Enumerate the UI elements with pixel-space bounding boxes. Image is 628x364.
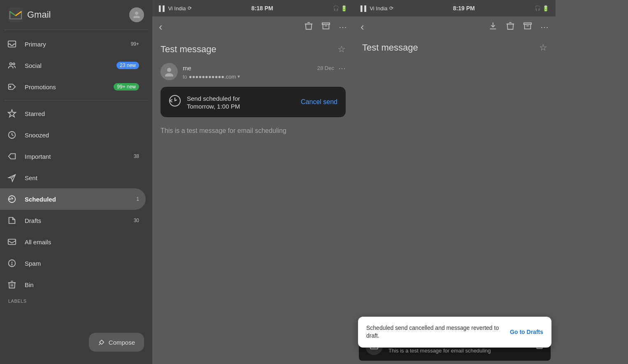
dropdown-icon[interactable]: ▾ bbox=[237, 74, 240, 79]
user-icon bbox=[132, 10, 142, 20]
sidebar-item-bin[interactable]: Bin bbox=[0, 274, 146, 295]
social-label: Social bbox=[25, 62, 116, 69]
important-label: Important bbox=[25, 153, 134, 160]
sidebar-item-starred[interactable]: Starred bbox=[0, 103, 146, 124]
drafts-label: Drafts bbox=[25, 217, 134, 224]
star-button[interactable]: ☆ bbox=[337, 44, 346, 55]
back-button[interactable]: ‹ bbox=[159, 21, 163, 33]
right-delete-button[interactable] bbox=[506, 21, 515, 32]
sidebar-item-primary[interactable]: Primary 99+ bbox=[0, 33, 146, 55]
right-panel: ▌▌ Vi India ⟳ 8:19 PM 🎧 🔋 ‹ bbox=[354, 0, 556, 364]
to-email: ●●●●●●●●●●●.com bbox=[189, 74, 236, 80]
sidebar-item-drafts[interactable]: Drafts 30 bbox=[0, 210, 146, 231]
all-emails-label: All emails bbox=[25, 239, 139, 246]
right-wifi-icon: ⟳ bbox=[389, 5, 393, 11]
right-download-button[interactable] bbox=[488, 21, 498, 32]
headphone-icon: 🎧 bbox=[333, 5, 339, 11]
sidebar-item-spam[interactable]: Spam bbox=[0, 253, 146, 274]
sidebar-item-all-emails[interactable]: All emails bbox=[0, 231, 146, 253]
sender-to: to ●●●●●●●●●●●.com ▾ bbox=[183, 74, 346, 80]
right-topbar: ‹ bbox=[354, 16, 556, 37]
app-title: Gmail bbox=[27, 9, 51, 20]
svg-point-11 bbox=[12, 264, 12, 265]
scheduled-nav-icon bbox=[7, 194, 17, 204]
right-battery-icon: 🔋 bbox=[542, 5, 549, 12]
schedule-clock-icon bbox=[169, 95, 181, 107]
scheduled-text: Send scheduled for Tomorrow, 1:00 PM bbox=[187, 94, 240, 110]
draft-icon bbox=[7, 215, 17, 226]
bin-icon bbox=[7, 279, 17, 290]
right-archive-button[interactable] bbox=[523, 21, 532, 32]
middle-carrier-name: Vi India bbox=[168, 5, 186, 12]
starred-label: Starred bbox=[25, 110, 139, 117]
spam-label: Spam bbox=[25, 260, 139, 267]
snoozed-label: Snoozed bbox=[25, 132, 139, 139]
svg-rect-12 bbox=[322, 23, 330, 25]
subject-text: Test message bbox=[160, 44, 216, 55]
cancel-send-button[interactable]: Cancel send bbox=[301, 98, 337, 106]
middle-topbar: ‹ ⋯ bbox=[152, 16, 354, 37]
drafts-badge: 30 bbox=[134, 218, 139, 223]
promotions-badge: 99+ new bbox=[114, 83, 139, 90]
sender-info: me 28 Dec ⋯ to ●●●●●●●●●●●.com ▾ bbox=[183, 64, 346, 80]
user-avatar[interactable] bbox=[129, 7, 144, 22]
clock-icon bbox=[7, 130, 17, 140]
middle-battery: 🎧 🔋 bbox=[333, 5, 347, 12]
svg-point-5 bbox=[10, 86, 11, 88]
compose-icon bbox=[98, 338, 105, 346]
sent-icon bbox=[7, 172, 17, 183]
delete-button[interactable] bbox=[304, 21, 313, 32]
svg-point-14 bbox=[167, 68, 171, 72]
sidebar-item-important[interactable]: Important 38 bbox=[0, 146, 146, 167]
svg-point-8 bbox=[8, 198, 10, 200]
archive-button[interactable] bbox=[321, 21, 330, 32]
gmail-logo-icon bbox=[8, 7, 23, 22]
right-time: 8:19 PM bbox=[453, 5, 475, 12]
right-battery: 🎧 🔋 bbox=[535, 5, 549, 12]
right-carrier: ▌▌ Vi India ⟳ bbox=[361, 5, 393, 12]
compose-label: Compose bbox=[109, 339, 135, 346]
sender-name-row: me 28 Dec ⋯ bbox=[183, 64, 346, 73]
svg-rect-16 bbox=[524, 23, 531, 25]
background-spacer bbox=[556, 0, 628, 364]
divider-1 bbox=[4, 100, 148, 100]
draft-preview: This is a test message for email schedul… bbox=[388, 348, 529, 354]
middle-panel: ▌▌ Vi India ⟳ 8:18 PM 🎧 🔋 ‹ bbox=[152, 0, 354, 364]
sidebar-item-sent[interactable]: Sent bbox=[0, 167, 146, 188]
app-header: Gmail bbox=[0, 0, 152, 30]
sidebar: Gmail Primary 99+ bbox=[0, 0, 152, 364]
scheduled-label: Scheduled bbox=[25, 196, 136, 203]
go-to-drafts-button[interactable]: Go to Drafts bbox=[510, 329, 543, 335]
sidebar-item-scheduled[interactable]: Scheduled 1 bbox=[0, 188, 146, 210]
inbox-icon bbox=[7, 39, 17, 49]
middle-status-bar: ▌▌ Vi India ⟳ 8:18 PM 🎧 🔋 bbox=[152, 0, 354, 16]
sender-name: me bbox=[183, 65, 191, 72]
right-back-button[interactable]: ‹ bbox=[361, 21, 364, 33]
labels-heading: LABELS bbox=[0, 295, 152, 305]
right-more-button[interactable]: ⋯ bbox=[540, 22, 549, 32]
sidebar-item-promotions[interactable]: Promotions 99+ new bbox=[0, 76, 146, 97]
compose-button[interactable]: Compose bbox=[89, 333, 144, 352]
sidebar-nav: Primary 99+ Social 23 new bbox=[0, 30, 152, 364]
middle-email-content: Test message ☆ me 28 Dec ⋯ bbox=[152, 37, 354, 364]
middle-time: 8:18 PM bbox=[251, 5, 273, 12]
primary-label: Primary bbox=[25, 41, 131, 48]
toast-message: Scheduled send cancelled and message rev… bbox=[366, 324, 503, 340]
more-options-button[interactable]: ⋯ bbox=[339, 22, 347, 32]
sidebar-item-snoozed[interactable]: Snoozed bbox=[0, 124, 146, 146]
right-email-content: Test message ☆ bbox=[354, 37, 556, 329]
right-star-button[interactable]: ☆ bbox=[539, 42, 547, 53]
sidebar-item-social[interactable]: Social 23 new bbox=[0, 55, 146, 76]
battery-icon: 🔋 bbox=[341, 5, 347, 12]
middle-carrier: ▌▌ Vi India ⟳ bbox=[159, 5, 192, 12]
star-nav-icon bbox=[7, 108, 17, 119]
right-email-subject: Test message ☆ bbox=[362, 42, 547, 53]
sender-date: 28 Dec bbox=[317, 65, 334, 71]
all-mail-icon bbox=[7, 236, 17, 247]
spam-icon bbox=[7, 258, 17, 269]
right-carrier-name: Vi India bbox=[370, 5, 387, 12]
svg-rect-0 bbox=[8, 7, 23, 22]
scheduled-badge: 1 bbox=[136, 196, 139, 202]
email-more-button[interactable]: ⋯ bbox=[338, 64, 346, 73]
middle-topbar-right: ⋯ bbox=[304, 21, 347, 32]
